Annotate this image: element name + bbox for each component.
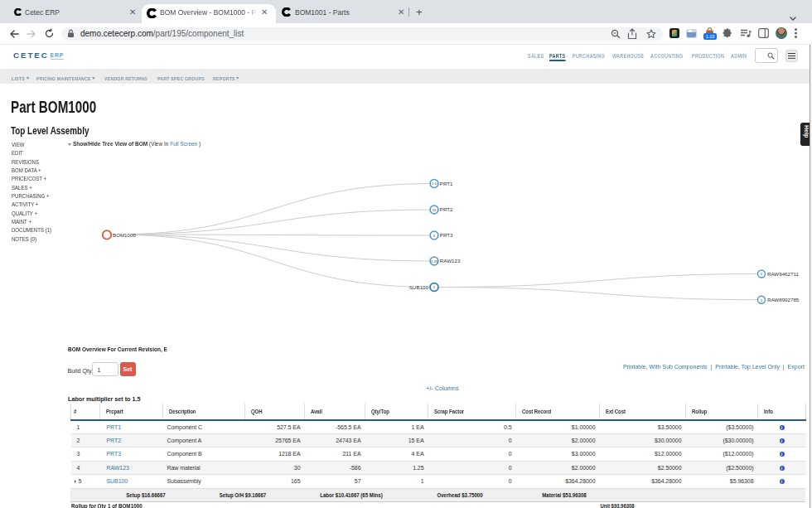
- svg-text:1.5: 1.5: [432, 181, 437, 186]
- svg-text:PRT3: PRT3: [440, 232, 453, 238]
- svg-text:RAW123: RAW123: [440, 258, 461, 264]
- svg-text:15: 15: [433, 208, 437, 212]
- svg-text:1.25: 1.25: [431, 259, 438, 264]
- svg-text:BOM1000: BOM1000: [113, 232, 136, 238]
- svg-text:PRT2: PRT2: [440, 206, 453, 212]
- svg-text:RAW8992785: RAW8992785: [767, 297, 800, 302]
- svg-text:RAW9462711: RAW9462711: [767, 271, 799, 277]
- svg-text:PRT1: PRT1: [440, 181, 453, 186]
- svg-text:SUB100: SUB100: [409, 284, 429, 290]
